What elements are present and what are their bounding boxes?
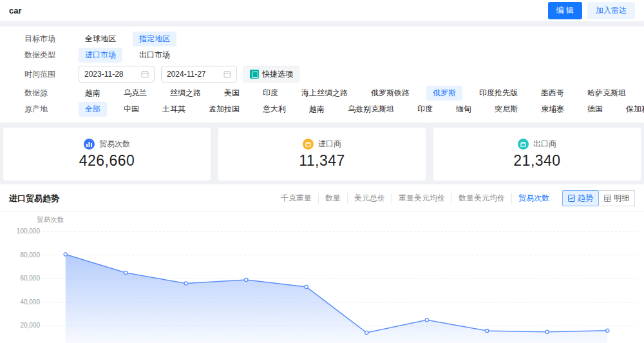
metric-tabs: 千克重量数量美元总价重量美元均价数量美元均价贸易次数 [274, 193, 556, 204]
edit-button[interactable]: 编 辑 [548, 2, 582, 19]
trend-chart-section: 进口贸易趋势 千克重量数量美元总价重量美元均价数量美元均价贸易次数 趋势 明细 … [0, 184, 644, 343]
filter-chip[interactable]: 意大利 [256, 102, 292, 117]
filter-chip[interactable]: 印度抢先版 [473, 86, 524, 101]
stat-cards: 贸易次数 426,660 进口商 11,347 出口商 21,340 [0, 122, 644, 181]
filter-chip[interactable]: 哈萨克斯坦 [581, 86, 632, 101]
y-tick-label: 20,000 [20, 322, 40, 329]
y-axis-title: 贸易次数 [37, 215, 64, 223]
filter-chip[interactable]: 柬埔寨 [535, 102, 571, 117]
filter-chip[interactable]: 越南 [79, 86, 107, 101]
start-date-value: 2023-11-28 [84, 70, 124, 79]
stat-label: 出口商 [533, 139, 556, 150]
filter-chip[interactable]: 出口市场 [133, 48, 176, 63]
trend-icon [568, 195, 575, 202]
detail-view-button[interactable]: 明细 [599, 190, 635, 206]
detail-view-label: 明细 [614, 193, 629, 204]
y-tick-label: 100,000 [17, 228, 41, 235]
data-type-options: 进口市场出口市场 [79, 48, 635, 63]
top-bar: car 编 辑 加入雷达 [0, 0, 644, 21]
target-market-options: 全球地区指定地区 [79, 32, 635, 46]
data-point[interactable] [365, 331, 368, 334]
filter-chip[interactable]: 全球地区 [79, 32, 122, 46]
end-date-input[interactable]: 2024-11-27 [161, 66, 237, 83]
filter-chip[interactable]: 土耳其 [156, 102, 192, 117]
start-date-input[interactable]: 2023-11-28 [79, 66, 155, 83]
filter-chip[interactable]: 乌兹别克斯坦 [341, 102, 401, 117]
data-point[interactable] [486, 329, 489, 332]
trend-view-button[interactable]: 趋势 [562, 190, 599, 206]
filter-chip[interactable]: 全部 [79, 102, 107, 117]
filter-chip[interactable]: 中国 [117, 102, 146, 117]
data-point[interactable] [245, 278, 248, 281]
calendar-icon [141, 70, 149, 78]
metric-tab[interactable]: 重量美元均价 [392, 193, 451, 204]
data-point[interactable] [64, 253, 67, 256]
stat-card-exporters: 出口商 21,340 [433, 128, 641, 181]
filter-row-origin: 原产地 全部中国土耳其孟加拉国意大利越南乌兹别克斯坦印度缅甸突尼斯柬埔寨德国保加… [9, 101, 635, 117]
data-source-options: 越南乌克兰丝绸之路美国印度海上丝绸之路俄罗斯铁路俄罗斯印度抢先版墨西哥哈萨克斯坦… [79, 86, 644, 101]
view-toggle: 趋势 明细 [562, 190, 635, 206]
table-icon [604, 195, 611, 202]
y-tick-label: 40,000 [20, 299, 40, 306]
page-title: car [9, 6, 22, 15]
top-actions: 编 辑 加入雷达 [548, 2, 635, 19]
filter-chip[interactable]: 进口市场 [79, 48, 122, 63]
chart-title: 进口贸易趋势 [9, 193, 59, 204]
filter-chip[interactable]: 丝绸之路 [164, 86, 207, 101]
stat-card-importers: 进口商 11,347 [218, 128, 426, 181]
stat-label: 贸易次数 [99, 139, 130, 150]
origin-options: 全部中国土耳其孟加拉国意大利越南乌兹别克斯坦印度缅甸突尼斯柬埔寨德国保加利亚葡萄… [79, 102, 644, 117]
data-point[interactable] [545, 330, 549, 333]
filter-chip[interactable]: 缅甸 [450, 102, 478, 117]
data-point[interactable] [425, 318, 428, 322]
quick-options-button[interactable]: 快捷选项 [243, 66, 299, 83]
data-point[interactable] [184, 282, 187, 285]
trend-chart: 020,00040,00060,00080,000100,000贸易次数2023… [0, 211, 644, 343]
filter-row-target-market: 目标市场 全球地区指定地区 [9, 31, 635, 47]
quick-options-label: 快捷选项 [262, 69, 293, 80]
filter-chip[interactable]: 乌克兰 [117, 86, 153, 101]
filter-label: 目标市场 [24, 34, 62, 44]
filter-chip[interactable]: 美国 [218, 86, 246, 101]
stat-label: 进口商 [318, 139, 341, 150]
filter-label: 数据类型 [24, 50, 62, 61]
filter-chip[interactable]: 孟加拉国 [202, 102, 246, 117]
filter-panel: 目标市场 全球地区指定地区 数据类型 进口市场出口市场 时间范围 2023-11… [0, 26, 644, 122]
quick-options-icon [250, 70, 259, 79]
data-point[interactable] [124, 271, 128, 274]
filter-chip[interactable]: 突尼斯 [488, 102, 524, 117]
data-point[interactable] [305, 285, 308, 288]
stat-value: 426,660 [79, 152, 135, 170]
filter-chip[interactable]: 海上丝绸之路 [295, 86, 354, 101]
end-date-value: 2024-11-27 [167, 70, 206, 79]
data-point[interactable] [606, 329, 609, 332]
y-tick-label: 80,000 [20, 251, 40, 259]
metric-tab[interactable]: 数量美元均价 [451, 193, 511, 204]
chart-tools: 千克重量数量美元总价重量美元均价数量美元均价贸易次数 趋势 明细 [274, 190, 635, 206]
filter-chip[interactable]: 印度 [256, 86, 285, 101]
chart-header: 进口贸易趋势 千克重量数量美元总价重量美元均价数量美元均价贸易次数 趋势 明细 [0, 184, 644, 211]
filter-chip[interactable]: 印度 [411, 102, 439, 117]
add-radar-button[interactable]: 加入雷达 [587, 2, 635, 19]
filter-chip[interactable]: 德国 [581, 102, 609, 117]
filter-chip[interactable]: 俄罗斯铁路 [365, 86, 416, 101]
filter-label: 时间范围 [24, 69, 62, 80]
trend-view-label: 趋势 [578, 193, 593, 204]
filter-chip[interactable]: 越南 [303, 102, 331, 117]
metric-tab[interactable]: 数量 [318, 193, 347, 204]
filter-row-data-source: 数据源 越南乌克兰丝绸之路美国印度海上丝绸之路俄罗斯铁路俄罗斯印度抢先版墨西哥哈… [9, 85, 635, 101]
filter-chip[interactable]: 俄罗斯 [426, 86, 462, 101]
stat-value: 21,340 [513, 152, 560, 170]
filter-chip[interactable]: 墨西哥 [535, 86, 571, 101]
exporter-icon [518, 139, 529, 150]
metric-tab[interactable]: 贸易次数 [511, 193, 556, 204]
calendar-icon [223, 70, 231, 78]
metric-tab[interactable]: 美元总价 [347, 193, 392, 204]
filter-label: 原产地 [24, 104, 62, 115]
filter-chip[interactable]: 指定地区 [133, 32, 176, 46]
stat-value: 11,347 [299, 152, 345, 170]
filter-label: 数据源 [24, 88, 62, 99]
filter-chip[interactable]: 保加利亚 [620, 102, 644, 117]
stat-card-trade-count: 贸易次数 426,660 [3, 128, 211, 181]
metric-tab[interactable]: 千克重量 [274, 193, 318, 204]
